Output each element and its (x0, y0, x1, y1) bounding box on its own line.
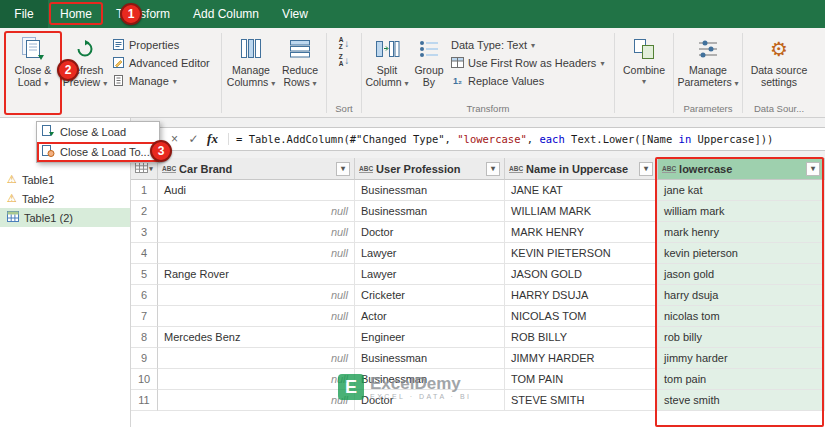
query-item-table1-2[interactable]: Table1 (2) (0, 208, 130, 227)
advanced-editor-button[interactable]: Advanced Editor (110, 54, 218, 72)
grid-cell[interactable]: HARRY DSUJA (505, 285, 658, 306)
table-row: 2nullBusinessmanWILLIAM MARKwilliam mark (131, 201, 825, 222)
sort-descending-button[interactable]: ZA ↓ (339, 54, 350, 67)
row-number[interactable]: 1 (131, 180, 158, 201)
grid-cell[interactable]: nicolas tom (658, 306, 825, 327)
grid-cell[interactable]: Lawyer (355, 264, 505, 285)
filter-dropdown-icon[interactable]: ▾ (639, 162, 653, 176)
grid-cell[interactable]: tom pain (658, 369, 825, 390)
formula-input[interactable]: = Table.AddColumn(#"Changed Type", "lowe… (228, 133, 825, 145)
reduce-rows-button[interactable]: Reduce Rows ▾ (277, 31, 323, 90)
grid-header-row: ▾ ABC Car Brand ▾ ABC User Profession ▾ … (131, 158, 825, 180)
grid-cell[interactable]: JIMMY HARDER (505, 348, 658, 369)
grid-cell[interactable]: jane kat (658, 180, 825, 201)
column-header-user-profession[interactable]: ABC User Profession ▾ (355, 158, 505, 180)
manage-parameters-button[interactable]: Manage Parameters ▾ (677, 31, 739, 90)
filter-dropdown-icon[interactable]: ▾ (486, 162, 500, 176)
grid-cell[interactable]: JANE KAT (505, 180, 658, 201)
tab-home[interactable]: Home (48, 0, 104, 28)
manage-button[interactable]: Manage ▾ (110, 72, 218, 90)
grid-cell[interactable]: Mercedes Benz (158, 327, 355, 348)
grid-cell[interactable]: jason gold (658, 264, 825, 285)
row-number[interactable]: 3 (131, 222, 158, 243)
grid-cell[interactable]: KEVIN PIETERSON (505, 243, 658, 264)
formula-token: , (527, 133, 540, 145)
row-number[interactable]: 6 (131, 285, 158, 306)
query-item-table1[interactable]: ⚠ Table1 (0, 170, 130, 189)
group-by-button[interactable]: Group By (409, 31, 449, 88)
replace-values-button[interactable]: 1₂ Replace Values (449, 72, 611, 90)
manage-columns-button[interactable]: Manage Columns ▾ (225, 31, 277, 90)
row-number[interactable]: 7 (131, 306, 158, 327)
split-column-button[interactable]: Split Column ▾ (365, 31, 409, 90)
grid-cell[interactable]: Businessman (355, 369, 505, 390)
column-header-lowercase[interactable]: ABC lowercase ▾ (658, 158, 825, 180)
grid-cell[interactable]: mark henry (658, 222, 825, 243)
menu-item-close-and-load-to[interactable]: Close & Load To... (37, 142, 159, 162)
grid-cell[interactable]: Doctor (355, 222, 505, 243)
grid-cell[interactable]: Lawyer (355, 243, 505, 264)
data-preview-grid: ▾ ABC Car Brand ▾ ABC User Profession ▾ … (131, 158, 825, 427)
use-first-row-as-headers-button[interactable]: Use First Row as Headers ▾ (449, 54, 611, 72)
grid-cell[interactable]: jimmy harder (658, 348, 825, 369)
grid-cell[interactable]: Businessman (355, 348, 505, 369)
data-source-settings-button[interactable]: ⚙ Data source settings (746, 31, 812, 88)
row-number[interactable]: 5 (131, 264, 158, 285)
grid-cell[interactable]: NICOLAS TOM (505, 306, 658, 327)
menu-item-close-and-load[interactable]: Close & Load (37, 122, 159, 142)
row-number[interactable]: 2 (131, 201, 158, 222)
grid-cell[interactable]: MARK HENRY (505, 222, 658, 243)
manage-parameters-icon (695, 35, 721, 63)
row-number[interactable]: 11 (131, 390, 158, 411)
tab-file[interactable]: File (0, 0, 48, 28)
grid-cell[interactable]: null (158, 348, 355, 369)
column-header-car-brand[interactable]: ABC Car Brand ▾ (158, 158, 355, 180)
grid-cell[interactable]: STEVE SMITH (505, 390, 658, 411)
tab-add-column[interactable]: Add Column (182, 0, 270, 28)
grid-cell[interactable]: Audi (158, 180, 355, 201)
column-header-name-in-uppercase[interactable]: ABC Name in Uppercase ▾ (505, 158, 658, 180)
properties-button[interactable]: Properties (110, 36, 218, 54)
grid-cell[interactable]: null (158, 243, 355, 264)
tab-transform[interactable]: Transform (104, 0, 182, 28)
grid-cell[interactable]: null (158, 390, 355, 411)
grid-cell[interactable]: kevin pieterson (658, 243, 825, 264)
table-row: 8Mercedes BenzEngineerROB BILLYrob billy (131, 327, 825, 348)
grid-cell[interactable]: Range Rover (158, 264, 355, 285)
grid-cell[interactable]: Engineer (355, 327, 505, 348)
row-number[interactable]: 9 (131, 348, 158, 369)
query-item-table2[interactable]: ⚠ Table2 (0, 189, 130, 208)
tab-view[interactable]: View (270, 0, 320, 28)
table-row: 6nullCricketerHARRY DSUJAharry dsuja (131, 285, 825, 306)
row-number[interactable]: 8 (131, 327, 158, 348)
grid-cell[interactable]: Businessman (355, 180, 505, 201)
filter-dropdown-icon[interactable]: ▾ (336, 162, 350, 176)
grid-cell[interactable]: steve smith (658, 390, 825, 411)
grid-cell[interactable]: Actor (355, 306, 505, 327)
grid-cell[interactable]: TOM PAIN (505, 369, 658, 390)
grid-cell[interactable]: null (158, 201, 355, 222)
close-and-load-button[interactable]: Close & Load ▾ (6, 31, 60, 90)
grid-cell[interactable]: null (158, 369, 355, 390)
sort-ascending-button[interactable]: AZ ↓ (339, 37, 350, 50)
filter-dropdown-icon[interactable]: ▾ (806, 162, 820, 176)
grid-cell[interactable]: null (158, 285, 355, 306)
grid-cell[interactable]: william mark (658, 201, 825, 222)
down-arrow-icon: ↓ (344, 55, 349, 66)
row-number[interactable]: 10 (131, 369, 158, 390)
chevron-down-icon: ▾ (149, 165, 153, 173)
grid-cell[interactable]: null (158, 222, 355, 243)
commit-icon[interactable]: ✓ (184, 132, 203, 146)
grid-cell[interactable]: WILLIAM MARK (505, 201, 658, 222)
grid-cell[interactable]: rob billy (658, 327, 825, 348)
grid-cell[interactable]: Cricketer (355, 285, 505, 306)
grid-cell[interactable]: Doctor (355, 390, 505, 411)
grid-cell[interactable]: harry dsuja (658, 285, 825, 306)
grid-cell[interactable]: null (158, 306, 355, 327)
row-number[interactable]: 4 (131, 243, 158, 264)
combine-button[interactable]: Combine ▾ (618, 31, 670, 88)
grid-cell[interactable]: ROB BILLY (505, 327, 658, 348)
grid-cell[interactable]: JASON GOLD (505, 264, 658, 285)
grid-cell[interactable]: Businessman (355, 201, 505, 222)
data-type-button[interactable]: Data Type: Text ▾ (449, 36, 611, 54)
